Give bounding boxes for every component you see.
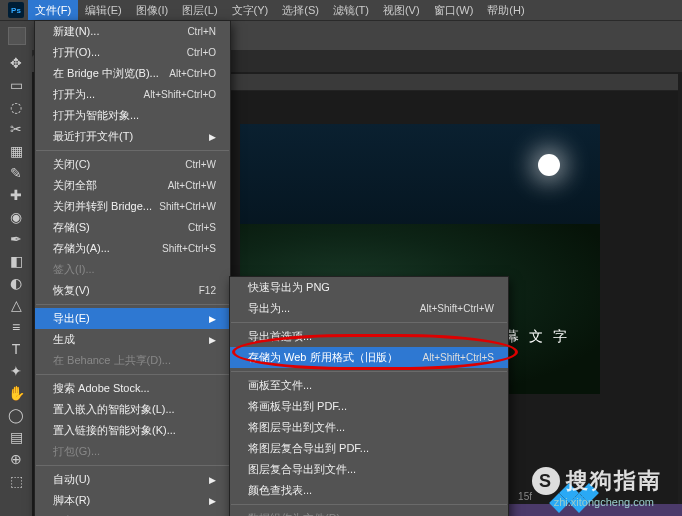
menu-shortcut: Ctrl+N [187, 26, 216, 37]
menu-3[interactable]: 图层(L) [175, 0, 224, 20]
move-tool-icon[interactable] [8, 27, 26, 45]
file-item-9[interactable]: 关闭并转到 Bridge...Shift+Ctrl+W [35, 196, 230, 217]
toolbar: ✥▭◌✂▦✎✚◉✒◧◐△≡T✦✋◯▤⊕⬚ [0, 50, 32, 516]
menu-4[interactable]: 文字(Y) [225, 0, 276, 20]
menu-1[interactable]: 编辑(E) [78, 0, 129, 20]
export-item-13: 数据组作为文件(D)... [230, 508, 508, 516]
export-item-4[interactable]: 存储为 Web 所用格式（旧版）Alt+Shift+Ctrl+S [230, 347, 508, 368]
file-separator [36, 374, 229, 375]
file-item-21[interactable]: 置入链接的智能对象(K)... [35, 420, 230, 441]
tool-10[interactable]: ◐ [3, 272, 29, 294]
file-item-20[interactable]: 置入嵌入的智能对象(L)... [35, 399, 230, 420]
menu-0[interactable]: 文件(F) [28, 0, 78, 20]
submenu-arrow-icon: ▶ [209, 314, 216, 324]
menu-item-label: 存储为(A)... [53, 241, 162, 256]
export-item-11[interactable]: 颜色查找表... [230, 480, 508, 501]
export-item-7[interactable]: 将画板导出到 PDF... [230, 396, 508, 417]
tool-0[interactable]: ✥ [3, 52, 29, 74]
export-item-0[interactable]: 快速导出为 PNG [230, 277, 508, 298]
file-item-19[interactable]: 搜索 Adobe Stock... [35, 378, 230, 399]
file-item-25[interactable]: 脚本(R)▶ [35, 490, 230, 511]
file-item-11[interactable]: 存储为(A)...Shift+Ctrl+S [35, 238, 230, 259]
menu-item-label: 新建(N)... [53, 24, 187, 39]
menu-shortcut: Ctrl+W [185, 159, 216, 170]
menu-2[interactable]: 图像(I) [129, 0, 175, 20]
tool-11[interactable]: △ [3, 294, 29, 316]
menu-shortcut: Alt+Shift+Ctrl+O [143, 89, 216, 100]
export-item-3[interactable]: 导出首选项... [230, 326, 508, 347]
menu-shortcut: Ctrl+S [188, 222, 216, 233]
menu-item-label: 脚本(R) [53, 493, 209, 508]
app-logo: Ps [8, 2, 24, 18]
menu-item-label: 置入嵌入的智能对象(L)... [53, 402, 216, 417]
file-item-0[interactable]: 新建(N)...Ctrl+N [35, 21, 230, 42]
menu-6[interactable]: 滤镜(T) [326, 0, 376, 20]
tool-18[interactable]: ⊕ [3, 448, 29, 470]
file-item-13[interactable]: 恢复(V)F12 [35, 280, 230, 301]
tool-9[interactable]: ◧ [3, 250, 29, 272]
menu-7[interactable]: 视图(V) [376, 0, 427, 20]
tool-14[interactable]: ✦ [3, 360, 29, 382]
export-submenu: 快速导出为 PNG导出为...Alt+Shift+Ctrl+W导出首选项...存… [229, 276, 509, 516]
tool-1[interactable]: ▭ [3, 74, 29, 96]
menu-9[interactable]: 帮助(H) [480, 0, 531, 20]
menu-item-label: 导出为... [248, 301, 420, 316]
file-item-10[interactable]: 存储(S)Ctrl+S [35, 217, 230, 238]
tool-19[interactable]: ⬚ [3, 470, 29, 492]
file-item-2[interactable]: 在 Bridge 中浏览(B)...Alt+Ctrl+O [35, 63, 230, 84]
file-item-15[interactable]: 导出(E)▶ [35, 308, 230, 329]
tool-6[interactable]: ✚ [3, 184, 29, 206]
file-item-7[interactable]: 关闭(C)Ctrl+W [35, 154, 230, 175]
file-item-1[interactable]: 打开(O)...Ctrl+O [35, 42, 230, 63]
menu-shortcut: F12 [199, 285, 216, 296]
menu-item-label: 关闭并转到 Bridge... [53, 199, 159, 214]
tool-12[interactable]: ≡ [3, 316, 29, 338]
menu-5[interactable]: 选择(S) [275, 0, 326, 20]
menu-item-label: 打开(O)... [53, 45, 187, 60]
menu-shortcut: Ctrl+O [187, 47, 216, 58]
file-menu: 新建(N)...Ctrl+N打开(O)...Ctrl+O在 Bridge 中浏览… [34, 20, 231, 516]
export-item-6[interactable]: 画板至文件... [230, 375, 508, 396]
tool-2[interactable]: ◌ [3, 96, 29, 118]
menu-8[interactable]: 窗口(W) [427, 0, 481, 20]
menu-item-label: 图层复合导出到文件... [248, 462, 494, 477]
tool-8[interactable]: ✒ [3, 228, 29, 250]
tool-15[interactable]: ✋ [3, 382, 29, 404]
export-item-1[interactable]: 导出为...Alt+Shift+Ctrl+W [230, 298, 508, 319]
tool-13[interactable]: T [3, 338, 29, 360]
menu-item-label: 打开为智能对象... [53, 108, 216, 123]
file-item-24[interactable]: 自动(U)▶ [35, 469, 230, 490]
menu-item-label: 导出首选项... [248, 329, 494, 344]
export-item-10[interactable]: 图层复合导出到文件... [230, 459, 508, 480]
menu-item-label: 恢复(V) [53, 283, 199, 298]
file-item-16[interactable]: 生成▶ [35, 329, 230, 350]
file-item-26[interactable]: 导入(M)▶ [35, 511, 230, 516]
file-item-4[interactable]: 打开为智能对象... [35, 105, 230, 126]
menu-item-label: 将图层导出到文件... [248, 420, 494, 435]
menu-item-label: 画板至文件... [248, 378, 494, 393]
menu-shortcut: Shift+Ctrl+S [162, 243, 216, 254]
export-separator [231, 322, 507, 323]
tool-17[interactable]: ▤ [3, 426, 29, 448]
file-item-3[interactable]: 打开为...Alt+Shift+Ctrl+O [35, 84, 230, 105]
export-item-8[interactable]: 将图层导出到文件... [230, 417, 508, 438]
tool-3[interactable]: ✂ [3, 118, 29, 140]
menu-item-label: 快速导出为 PNG [248, 280, 494, 295]
moon-graphic [538, 154, 560, 176]
menu-item-label: 关闭全部 [53, 178, 168, 193]
tool-7[interactable]: ◉ [3, 206, 29, 228]
tool-16[interactable]: ◯ [3, 404, 29, 426]
menu-item-label: 自动(U) [53, 472, 209, 487]
tool-5[interactable]: ✎ [3, 162, 29, 184]
file-item-8[interactable]: 关闭全部Alt+Ctrl+W [35, 175, 230, 196]
menu-item-label: 导出(E) [53, 311, 209, 326]
menu-item-label: 最近打开文件(T) [53, 129, 209, 144]
file-item-12: 签入(I)... [35, 259, 230, 280]
menu-item-label: 签入(I)... [53, 262, 216, 277]
menu-item-label: 置入链接的智能对象(K)... [53, 423, 216, 438]
menu-item-label: 数据组作为文件(D)... [248, 511, 494, 516]
timeline-tick: 15f [518, 491, 532, 502]
export-item-9[interactable]: 将图层复合导出到 PDF... [230, 438, 508, 459]
file-item-5[interactable]: 最近打开文件(T)▶ [35, 126, 230, 147]
tool-4[interactable]: ▦ [3, 140, 29, 162]
